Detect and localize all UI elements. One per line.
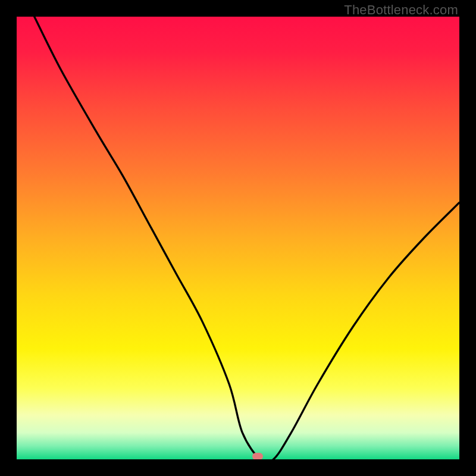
plot-area bbox=[17, 17, 459, 459]
watermark-text: TheBottleneck.com bbox=[344, 2, 458, 18]
curve-layer bbox=[17, 17, 459, 459]
chart-stage: TheBottleneck.com bbox=[0, 0, 476, 476]
optimum-marker bbox=[252, 453, 263, 459]
bottleneck-curve bbox=[35, 17, 459, 459]
